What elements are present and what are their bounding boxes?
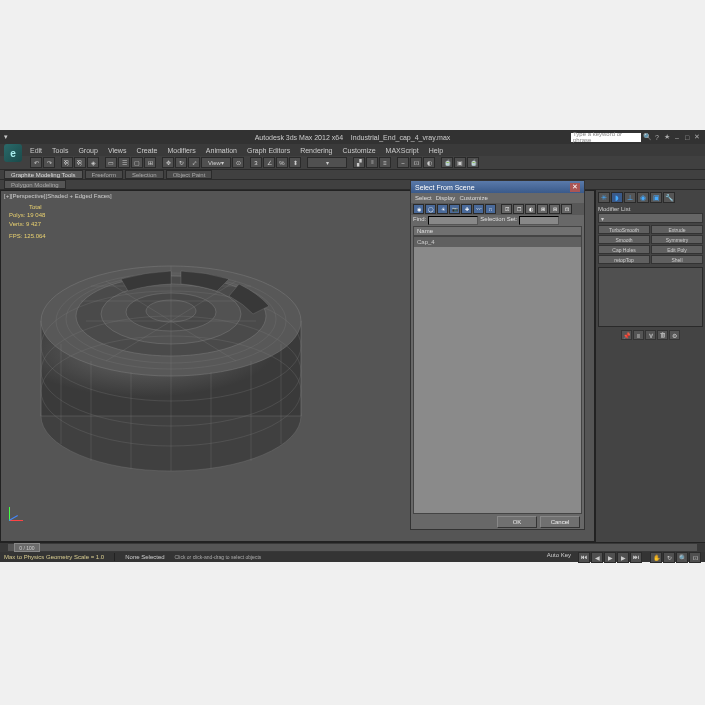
playback-prev-icon[interactable]: ◀	[591, 552, 603, 563]
maximize-icon[interactable]: □	[683, 133, 691, 141]
nav-pan-icon[interactable]: ✋	[650, 552, 662, 563]
menu-rendering[interactable]: Rendering	[300, 147, 332, 154]
tab-objectpaint[interactable]: Object Paint	[166, 170, 213, 179]
filter-bone-icon[interactable]: ⎍	[485, 204, 496, 214]
nav-zoom-icon[interactable]: 🔍	[676, 552, 688, 563]
show-result-icon[interactable]: Ⅱ	[633, 330, 644, 340]
btn-smooth[interactable]: Smooth	[598, 235, 650, 244]
material-editor-button[interactable]: ◐	[423, 157, 435, 168]
mirror-button[interactable]: ▞	[353, 157, 365, 168]
select-button[interactable]: ▭	[105, 157, 117, 168]
filter-space-icon[interactable]: 〰	[473, 204, 484, 214]
menu-customize[interactable]: Customize	[342, 147, 375, 154]
window-crossing-button[interactable]: ⊞	[144, 157, 156, 168]
select-name-button[interactable]: ☰	[118, 157, 130, 168]
btn-retop[interactable]: retopTop	[598, 255, 650, 264]
unlink-button[interactable]: ⛓	[74, 157, 86, 168]
wireframe-mesh[interactable]	[31, 226, 311, 506]
tab-selection[interactable]: Selection	[125, 170, 164, 179]
app-menu-icon[interactable]: ▾	[4, 133, 14, 141]
schematic-button[interactable]: ⊡	[410, 157, 422, 168]
select-invert-icon[interactable]: ◐	[525, 204, 536, 214]
menu-animation[interactable]: Animation	[206, 147, 237, 154]
tab-graphite[interactable]: Graphite Modeling Tools	[4, 170, 83, 179]
nav-maximize-icon[interactable]: ⊡	[689, 552, 701, 563]
star-icon[interactable]: ★	[663, 133, 671, 141]
dialog-close-button[interactable]: ✕	[570, 183, 580, 192]
menu-maxscript[interactable]: MAXScript	[386, 147, 419, 154]
viewport-label[interactable]: [+][Perspective][Shaded + Edged Faces]	[4, 193, 112, 199]
filter-geometry-icon[interactable]: ◉	[413, 204, 424, 214]
display-children-icon[interactable]: ⊡	[561, 204, 572, 214]
refcoord-dropdown[interactable]: View▾	[201, 157, 231, 168]
filter-helpers-icon[interactable]: ✚	[461, 204, 472, 214]
select-region-button[interactable]: ▢	[131, 157, 143, 168]
btn-extrude[interactable]: Extrude	[651, 225, 703, 234]
autokey-button[interactable]: Auto Key	[547, 552, 571, 563]
pin-stack-icon[interactable]: 📌	[621, 330, 632, 340]
menu-edit[interactable]: Edit	[30, 147, 42, 154]
rotate-button[interactable]: ↻	[175, 157, 187, 168]
tab-hierarchy-icon[interactable]: ⊥	[624, 192, 636, 203]
time-slider[interactable]: 0 / 100	[8, 544, 697, 551]
tab-motion-icon[interactable]: ◉	[637, 192, 649, 203]
menu-group[interactable]: Group	[78, 147, 97, 154]
dialog-tab-select[interactable]: Select	[415, 195, 432, 201]
playback-next-icon[interactable]: ▶	[617, 552, 629, 563]
btn-capholes[interactable]: Cap Holes	[598, 245, 650, 254]
ok-button[interactable]: OK	[497, 516, 537, 528]
timeline[interactable]: 0 / 100	[0, 542, 705, 552]
scale-button[interactable]: ⤢	[188, 157, 200, 168]
app-logo-icon[interactable]: e	[4, 144, 22, 162]
make-unique-icon[interactable]: ∀	[645, 330, 656, 340]
percent-snap-button[interactable]: %	[276, 157, 288, 168]
redo-button[interactable]: ↷	[43, 157, 55, 168]
pivot-button[interactable]: ⊙	[232, 157, 244, 168]
ribbon-polygon-modeling[interactable]: Polygon Modeling	[4, 180, 66, 189]
tab-modify-icon[interactable]: ◗	[611, 192, 623, 203]
bind-button[interactable]: ◈	[87, 157, 99, 168]
list-header-name[interactable]: Name	[413, 226, 582, 236]
align-button[interactable]: ⫴	[366, 157, 378, 168]
select-all-icon[interactable]: ☑	[501, 204, 512, 214]
angle-snap-button[interactable]: ∠	[263, 157, 275, 168]
selset-dropdown[interactable]	[519, 216, 559, 225]
tab-create-icon[interactable]: ✳	[598, 192, 610, 203]
filter-shapes-icon[interactable]: ◯	[425, 204, 436, 214]
modifier-stack[interactable]	[598, 267, 703, 327]
menu-modifiers[interactable]: Modifiers	[167, 147, 195, 154]
dialog-titlebar[interactable]: Select From Scene ✕	[411, 181, 584, 193]
menu-help[interactable]: Help	[429, 147, 443, 154]
snap-button[interactable]: 3	[250, 157, 262, 168]
btn-editpoly[interactable]: Edit Poly	[651, 245, 703, 254]
filter-lights-icon[interactable]: ☀	[437, 204, 448, 214]
select-none-icon[interactable]: ☐	[513, 204, 524, 214]
layers-button[interactable]: ≡	[379, 157, 391, 168]
search-icon[interactable]: 🔍	[643, 133, 651, 141]
tab-utilities-icon[interactable]: 🔧	[663, 192, 675, 203]
link-button[interactable]: ⛓	[61, 157, 73, 168]
menu-tools[interactable]: Tools	[52, 147, 68, 154]
tab-freeform[interactable]: Freeform	[85, 170, 123, 179]
find-input[interactable]	[428, 216, 478, 225]
move-button[interactable]: ✥	[162, 157, 174, 168]
curve-editor-button[interactable]: ~	[397, 157, 409, 168]
render-button[interactable]: 🍵	[467, 157, 479, 168]
btn-shell[interactable]: Shell	[651, 255, 703, 264]
dialog-tab-display[interactable]: Display	[436, 195, 456, 201]
spinner-snap-button[interactable]: ⬍	[289, 157, 301, 168]
list-item[interactable]: Cap_4	[414, 237, 581, 247]
render-frame-button[interactable]: ▣	[454, 157, 466, 168]
minimize-icon[interactable]: –	[673, 133, 681, 141]
playback-start-icon[interactable]: ⏮	[578, 552, 590, 563]
collapse-all-icon[interactable]: ⊟	[549, 204, 560, 214]
dialog-tab-customize[interactable]: Customize	[459, 195, 487, 201]
playback-end-icon[interactable]: ⏭	[630, 552, 642, 563]
help-icon[interactable]: ?	[653, 133, 661, 141]
cancel-button[interactable]: Cancel	[540, 516, 580, 528]
tab-display-icon[interactable]: ▣	[650, 192, 662, 203]
undo-button[interactable]: ↶	[30, 157, 42, 168]
render-setup-button[interactable]: 🍵	[441, 157, 453, 168]
btn-turbosmooth[interactable]: TurboSmooth	[598, 225, 650, 234]
search-input[interactable]: Type a keyword or phrase	[571, 133, 641, 142]
